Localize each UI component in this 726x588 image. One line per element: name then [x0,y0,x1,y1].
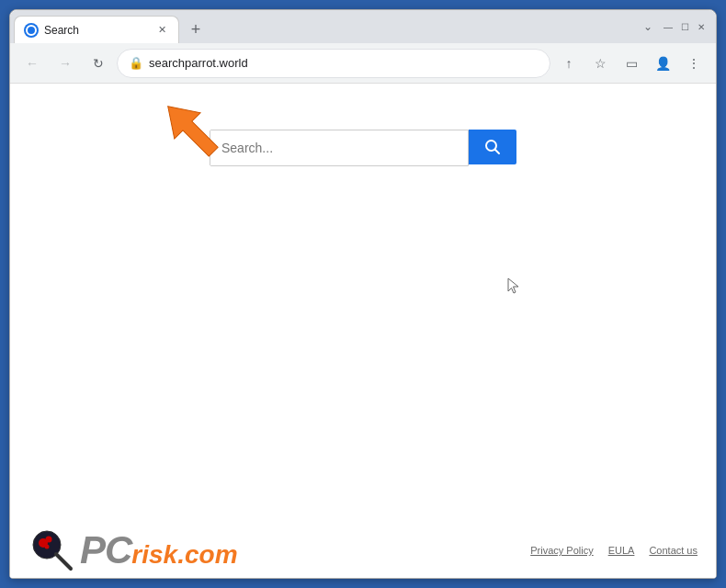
share-icon: ↑ [566,56,573,71]
tab-close-button[interactable]: ✕ [154,23,169,38]
new-tab-button[interactable]: + [183,17,209,42]
tab-favicon [24,23,39,38]
page-footer: PC risk.com Privacy Policy EULA Contact … [10,523,716,578]
address-bar[interactable]: 🔒 searchparrot.world [117,49,550,78]
privacy-policy-link[interactable]: Privacy Policy [530,545,593,556]
chevron-down-button[interactable]: ⌄ [637,16,659,38]
page-content: PC risk.com Privacy Policy EULA Contact … [10,84,716,578]
navigation-bar: ← → ↻ 🔒 searchparrot.world ↑ ☆ ▭ 👤 [10,43,716,84]
reload-icon: ↻ [93,56,104,71]
lock-icon: 🔒 [129,56,143,70]
svg-line-7 [56,554,71,569]
address-text: searchparrot.world [149,56,539,70]
sidebar-button[interactable]: ▭ [617,49,646,78]
profile-icon: 👤 [655,56,671,71]
logo-pc-text: PC [80,531,131,570]
tab-strip: Search ✕ + [10,16,630,43]
back-button[interactable]: ← [17,49,47,78]
svg-point-6 [45,545,50,549]
tab-title: Search [44,24,149,37]
bookmark-button[interactable]: ☆ [585,49,615,78]
forward-button[interactable]: → [51,49,80,78]
profile-button[interactable]: 👤 [648,49,677,78]
search-icon [484,139,501,155]
reload-button[interactable]: ↻ [84,49,113,78]
minimize-button[interactable]: — [661,19,675,34]
sidebar-icon: ▭ [626,56,638,71]
menu-button[interactable]: ⋮ [679,49,709,78]
close-button[interactable]: ✕ [694,19,709,34]
logo-risk-text: risk.com [131,542,237,568]
footer-logo: PC risk.com [28,526,238,574]
svg-point-5 [46,537,52,543]
search-area [10,84,716,166]
forward-icon: → [59,56,72,71]
search-button[interactable] [469,130,516,164]
svg-line-2 [495,150,500,154]
footer-links: Privacy Policy EULA Contact us [530,545,698,556]
nav-actions: ↑ ☆ ▭ 👤 ⋮ [554,49,709,78]
search-input-wrapper [210,130,469,166]
menu-icon: ⋮ [687,56,700,71]
search-input[interactable] [210,130,468,165]
contact-us-link[interactable]: Contact us [649,545,698,556]
title-bar: Search ✕ + ⌄ — ☐ ✕ [10,10,716,43]
mouse-cursor [506,277,521,299]
browser-window: Search ✕ + ⌄ — ☐ ✕ ← → ↻ 🔒 searchparrot.… [9,9,717,579]
maximize-button[interactable]: ☐ [677,19,692,34]
window-controls: ⌄ — ☐ ✕ [630,16,716,38]
share-button[interactable]: ↑ [554,49,584,78]
back-icon: ← [26,56,39,71]
bookmark-icon: ☆ [595,56,607,71]
logo-icon [28,526,76,574]
active-tab[interactable]: Search ✕ [14,16,179,43]
eula-link[interactable]: EULA [608,545,635,556]
